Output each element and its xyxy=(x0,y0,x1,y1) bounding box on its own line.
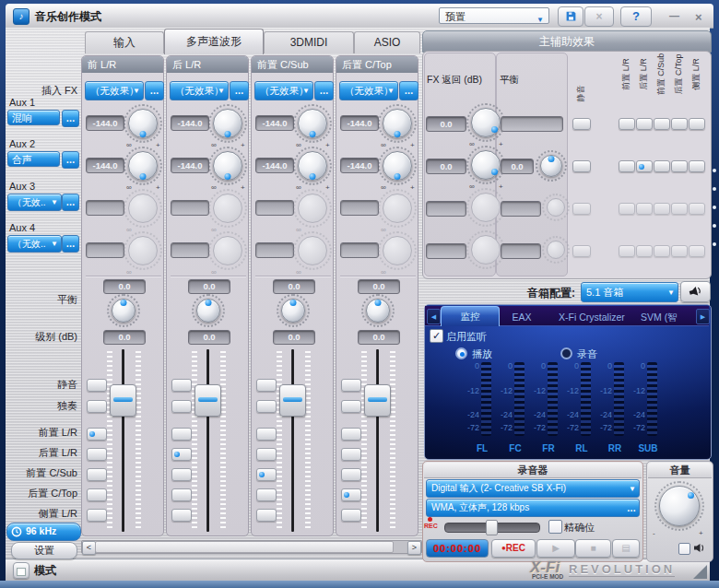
record-button[interactable]: ●REC xyxy=(491,539,536,558)
fx1-route-front-lr-button[interactable] xyxy=(619,118,635,130)
strip-fx-select[interactable]: （无效果） ▼ xyxy=(85,81,144,100)
strip-route-center-sub-button[interactable] xyxy=(171,468,192,481)
aux2-send-knob[interactable] xyxy=(124,147,162,185)
fx2-balance-knob[interactable] xyxy=(536,150,567,182)
strip-route-front-lr-button[interactable] xyxy=(87,428,107,441)
play-button[interactable]: ▶ xyxy=(536,539,575,558)
fx3-return-knob[interactable] xyxy=(466,188,505,227)
strip-route-side-lr-button[interactable] xyxy=(256,509,277,522)
volume-knob[interactable] xyxy=(654,481,704,531)
speaker-settings-button[interactable] xyxy=(680,281,711,302)
aux3-send-knob[interactable] xyxy=(378,189,417,228)
level-fader-handle[interactable] xyxy=(110,384,136,417)
aux1-effect-button[interactable]: 混响 xyxy=(7,110,60,125)
resize-grip[interactable] xyxy=(693,565,707,579)
aux2-more-button[interactable]: … xyxy=(62,151,79,169)
fx2-route-rear-lr-button[interactable] xyxy=(636,160,653,172)
fx2-route-front-lr-button[interactable] xyxy=(619,160,635,172)
strip-fx-more-button[interactable]: … xyxy=(399,81,418,100)
scroll-left-arrow[interactable]: < xyxy=(82,541,96,555)
strip-route-side-lr-button[interactable] xyxy=(87,509,107,522)
strip-solo-button[interactable] xyxy=(341,400,361,413)
strip-route-center-sub-button[interactable] xyxy=(341,468,361,481)
strip-fx-more-button[interactable]: … xyxy=(145,81,164,100)
monitor-tab-svm[interactable]: SVM (智 xyxy=(641,309,694,325)
stop-button[interactable]: ■ xyxy=(575,539,611,558)
aux3-send-knob[interactable] xyxy=(124,189,162,228)
fx1-route-rear-lr-button[interactable] xyxy=(636,118,653,130)
aux1-more-button[interactable]: … xyxy=(62,110,79,127)
aux1-send-knob[interactable] xyxy=(124,104,162,143)
fx2-route-side-lr-button[interactable] xyxy=(689,160,705,172)
fx4-mute-button[interactable] xyxy=(572,245,591,257)
volume-speaker-icon[interactable] xyxy=(693,542,706,554)
strip-solo-button[interactable] xyxy=(87,400,107,413)
fx4-route-front-lr-button[interactable] xyxy=(619,245,635,257)
strip-fx-select[interactable]: （无效果） ▼ xyxy=(254,81,313,100)
balance-knob[interactable] xyxy=(361,294,395,327)
monitor-tabs-left-arrow[interactable]: ◀ xyxy=(427,309,441,324)
strip-route-front-lr-button[interactable] xyxy=(341,428,361,441)
balance-knob[interactable] xyxy=(192,294,225,327)
monitor-tabs-right-arrow[interactable]: ▶ xyxy=(696,309,710,324)
strip-route-rear-lr-button[interactable] xyxy=(171,448,192,461)
strip-mute-button[interactable] xyxy=(171,379,192,392)
fx3-balance-knob[interactable] xyxy=(542,194,570,221)
fx4-return-knob[interactable] xyxy=(466,230,505,269)
strip-fx-more-button[interactable]: … xyxy=(230,81,249,100)
fx1-return-knob[interactable] xyxy=(466,103,505,142)
fx4-route-center-sub-button[interactable] xyxy=(654,245,670,257)
fx3-route-side-lr-button[interactable] xyxy=(689,203,705,215)
record-radio[interactable] xyxy=(560,347,572,359)
aux2-send-knob[interactable] xyxy=(208,147,247,185)
balance-knob[interactable] xyxy=(107,294,140,327)
preset-dropdown[interactable]: 预置 ▼ xyxy=(439,7,549,24)
aux4-send-knob[interactable] xyxy=(208,231,247,270)
tab-asio[interactable]: ASIO xyxy=(354,31,420,53)
strip-route-rear-top-button[interactable] xyxy=(341,488,361,501)
strip-route-center-sub-button[interactable] xyxy=(256,468,277,481)
strip-mute-button[interactable] xyxy=(256,379,277,392)
help-button[interactable]: ? xyxy=(620,6,652,27)
strip-fx-more-button[interactable]: … xyxy=(314,81,334,100)
fx1-route-center-sub-button[interactable] xyxy=(654,118,670,130)
scroll-right-arrow[interactable]: > xyxy=(407,541,421,555)
strip-route-front-lr-button[interactable] xyxy=(171,428,192,441)
strips-scrollbar[interactable]: < > xyxy=(81,540,422,554)
fx1-route-side-lr-button[interactable] xyxy=(689,118,705,130)
strip-fx-select[interactable]: （无效果） ▼ xyxy=(170,81,229,100)
minimize-button[interactable]: — xyxy=(669,10,679,21)
speaker-config-select[interactable]: 5.1 音箱 ▼ xyxy=(581,282,678,302)
aux4-send-knob[interactable] xyxy=(124,231,162,270)
strip-route-center-sub-button[interactable] xyxy=(87,468,107,481)
aux3-effect-select[interactable]: （无效.. ▼ xyxy=(7,194,62,211)
fx3-route-rear-lr-button[interactable] xyxy=(636,203,653,215)
aux2-send-knob[interactable] xyxy=(378,147,417,185)
fx4-balance-knob[interactable] xyxy=(542,236,570,264)
aux4-effect-select[interactable]: （无效.. ▼ xyxy=(7,235,62,253)
strip-solo-button[interactable] xyxy=(256,400,277,413)
aux3-more-button[interactable]: … xyxy=(62,194,79,211)
save-preset-button[interactable] xyxy=(558,6,583,27)
tab-multichannel-wave[interactable]: 多声道波形 xyxy=(164,29,264,54)
strip-route-rear-lr-button[interactable] xyxy=(341,448,361,461)
mode-button[interactable]: 模式 xyxy=(34,563,56,579)
tab-3dmidi[interactable]: 3DMIDI xyxy=(264,31,354,53)
delete-preset-button[interactable]: × xyxy=(584,6,614,27)
sample-rate-button[interactable]: 96 kHz xyxy=(6,523,81,541)
fx3-route-rear-top-button[interactable] xyxy=(671,203,688,215)
aux2-send-knob[interactable] xyxy=(293,147,332,185)
aux3-send-knob[interactable] xyxy=(208,189,247,228)
level-fader-handle[interactable] xyxy=(279,384,306,417)
recordings-list-button[interactable]: ▤ xyxy=(612,539,640,558)
precise-checkbox[interactable] xyxy=(548,520,562,534)
strip-mute-button[interactable] xyxy=(87,379,107,392)
strip-route-rear-top-button[interactable] xyxy=(87,488,107,501)
strip-route-side-lr-button[interactable] xyxy=(171,509,192,522)
level-fader-handle[interactable] xyxy=(194,384,221,417)
fx1-route-rear-top-button[interactable] xyxy=(671,118,688,130)
strip-route-rear-lr-button[interactable] xyxy=(87,448,107,461)
fx3-route-front-lr-button[interactable] xyxy=(619,203,635,215)
fx4-route-rear-top-button[interactable] xyxy=(671,245,688,257)
fx3-mute-button[interactable] xyxy=(572,203,591,215)
